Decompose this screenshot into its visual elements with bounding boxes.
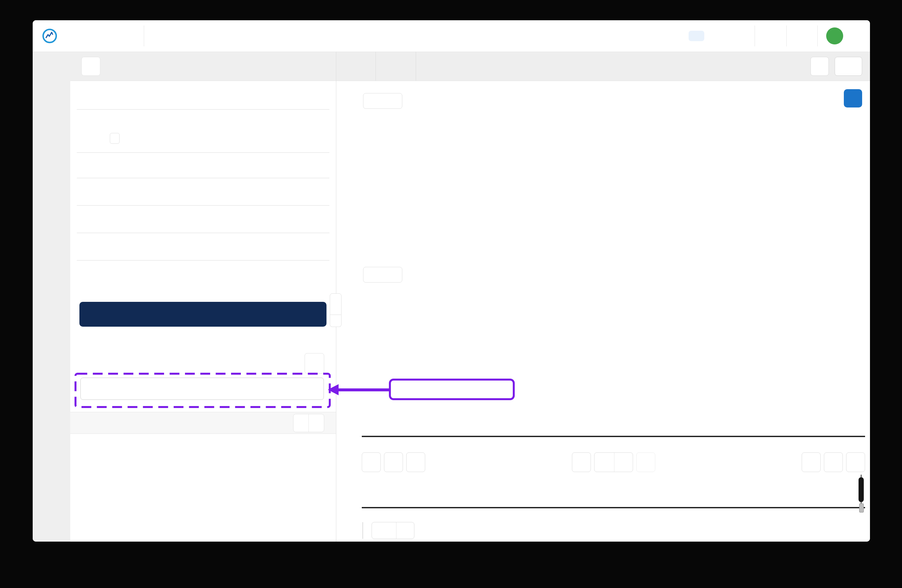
context-timeline[interactable]	[362, 477, 865, 505]
time-window-button[interactable]	[594, 452, 633, 472]
step-chart-icon	[576, 457, 587, 468]
results-section	[70, 353, 336, 434]
and-chip	[110, 133, 120, 144]
chart-area	[336, 81, 870, 542]
actions-button[interactable]	[835, 57, 862, 76]
fit-range-button[interactable]	[396, 522, 414, 539]
start-calendar-button[interactable]	[384, 452, 403, 472]
context-axis	[362, 507, 865, 525]
gear-icon	[847, 92, 859, 104]
annotation-arrowhead	[328, 384, 338, 395]
help-icon[interactable]	[763, 29, 778, 43]
home-column-icon[interactable]	[80, 419, 89, 428]
pencil-icon	[89, 186, 100, 197]
lock-icon[interactable]	[614, 453, 633, 472]
dropdown-caret-down-icon	[308, 385, 315, 393]
history-icon	[640, 457, 651, 468]
sort-descending-icon	[296, 419, 305, 428]
legend-ba-conc[interactable]	[363, 93, 402, 109]
chart-section	[336, 52, 870, 542]
collapse-rows-button[interactable]	[309, 414, 324, 432]
chevron-right-icon	[852, 459, 859, 466]
pan-left-button[interactable]	[362, 452, 381, 472]
time-controls	[362, 452, 865, 472]
nav-item-monitoring[interactable]	[727, 31, 742, 41]
chart-settings-button[interactable]	[844, 89, 862, 108]
range-icon	[89, 269, 100, 280]
top-bar	[33, 20, 870, 52]
end-calendar-button[interactable]	[802, 452, 821, 472]
grip-icon	[332, 300, 340, 308]
move-icon[interactable]	[387, 96, 396, 105]
legend-color-dot	[369, 271, 376, 278]
pan-right-button[interactable]	[846, 452, 865, 472]
calculation-dropdown[interactable]	[80, 378, 324, 400]
selection-handle-bar[interactable]	[858, 477, 864, 502]
actions-caret-down-icon	[847, 63, 854, 70]
legend-ba-level[interactable]	[363, 267, 402, 283]
legend-color-dot	[369, 97, 376, 105]
period-end-icon	[109, 281, 117, 289]
tab-statistics[interactable]	[336, 52, 376, 81]
duration-row	[70, 153, 336, 178]
tab-compare-layers[interactable]	[376, 52, 416, 81]
sort-controls	[293, 414, 324, 432]
kebab-icon	[310, 358, 319, 368]
mail-icon[interactable]	[795, 29, 809, 43]
custom-range-button[interactable]	[372, 522, 396, 539]
series-color-dot	[164, 135, 172, 142]
split-grip[interactable]	[330, 293, 341, 315]
search-icon	[157, 31, 166, 41]
chevron-left-icon	[368, 459, 375, 466]
annotation-arrow	[338, 388, 390, 391]
collapse-icon	[312, 419, 321, 428]
vbs-panel-header	[70, 52, 336, 81]
condition-row	[110, 115, 336, 131]
end-clock-button[interactable]	[824, 452, 843, 472]
expand-icon	[403, 526, 412, 535]
brand-caret-down-icon[interactable]	[78, 32, 85, 39]
brand[interactable]	[33, 28, 144, 44]
results-table-header	[70, 412, 336, 434]
edit-search-conditions-link[interactable]	[70, 178, 336, 205]
compare-layers-icon	[388, 61, 399, 72]
close-icon	[333, 318, 338, 324]
custom-caret-up-icon	[383, 527, 389, 533]
nav-item-home[interactable]	[689, 31, 704, 41]
stopwatch-icon	[89, 160, 100, 171]
panel-close-button[interactable]	[330, 315, 341, 327]
manage-calculations-link[interactable]	[70, 206, 336, 233]
search-period	[70, 261, 336, 292]
sort-descending-button[interactable]	[293, 414, 309, 432]
broadcast-icon	[814, 61, 825, 72]
chart-ba-level[interactable]	[339, 281, 868, 435]
time-window-label	[595, 453, 614, 472]
start-clock-button[interactable]	[406, 452, 425, 472]
save-search-link[interactable]	[70, 233, 336, 260]
search-and-calculate-button[interactable]	[80, 302, 326, 327]
trendhub-logo-icon	[42, 28, 58, 44]
app-window	[33, 20, 870, 542]
global-search-input[interactable]	[144, 31, 689, 41]
autoscale-button[interactable]	[572, 452, 591, 472]
history-button[interactable]	[636, 452, 655, 472]
avatar[interactable]	[826, 27, 843, 44]
vbs-panel-body	[70, 81, 336, 542]
panel-split-handle[interactable]	[330, 293, 341, 327]
user-caret-down-icon[interactable]	[853, 33, 860, 39]
nav-item-work-organizer[interactable]	[708, 31, 723, 41]
period-start-icon	[109, 269, 117, 276]
panel-home-button[interactable]	[81, 57, 100, 76]
move-icon[interactable]	[387, 270, 396, 279]
series-color-dot	[164, 119, 172, 127]
vbs-panel	[70, 52, 336, 542]
zoom-presets	[362, 522, 414, 539]
topbar-icons	[742, 25, 870, 46]
search-name-row[interactable]	[70, 90, 336, 109]
calendar-icon	[806, 457, 816, 467]
annotation-label	[389, 378, 515, 400]
chart-ba-conc[interactable]	[339, 108, 868, 266]
selection-handle-grip[interactable]	[859, 504, 864, 513]
live-monitor-button[interactable]	[811, 57, 829, 76]
results-menu-button[interactable]	[305, 353, 324, 374]
